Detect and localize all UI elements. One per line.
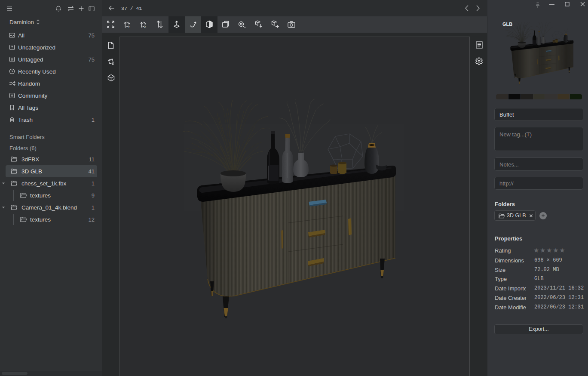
svg-text:Y: Y bbox=[128, 25, 130, 28]
svg-text:Z: Z bbox=[144, 25, 147, 28]
